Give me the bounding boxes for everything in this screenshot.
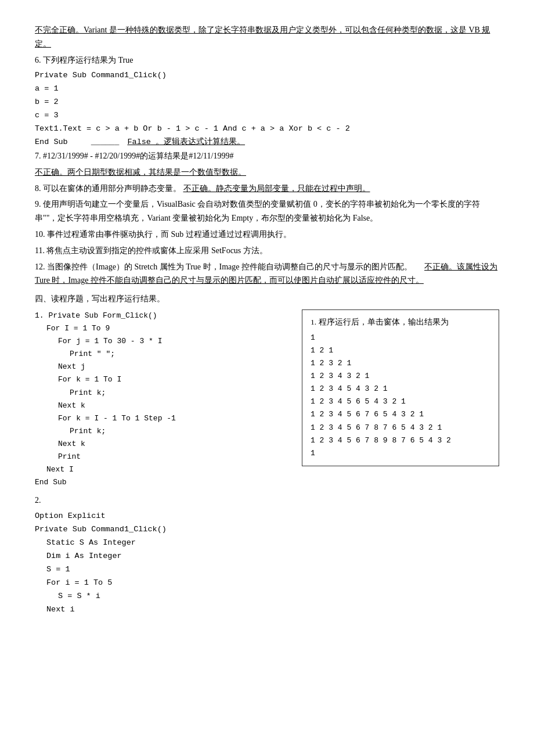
q6-code-line-1: Private Sub Command1_Click() — [35, 69, 499, 82]
prog2-line-8: Next i — [46, 603, 499, 617]
prog1-line-2: For j = 1 To 30 - 3 * I — [58, 335, 290, 348]
prog1-line-6: Print k; — [70, 387, 290, 399]
output1-line-8: 1 2 3 4 5 6 7 8 7 6 5 4 3 2 1 — [311, 422, 490, 434]
prog1-line-4: Next j — [58, 361, 290, 373]
q8-label-text: 8. 可以在窗体的通用部分声明静态变量。 — [35, 184, 181, 193]
main-content: 不完全正确。Variant 是一种特殊的数据类型，除了定长字符串数据及用户定义类… — [35, 23, 499, 617]
prog1-line-8: For k = I - 1 To 1 Step -1 — [58, 412, 290, 425]
prog1-endsub: End Sub — [35, 476, 290, 489]
q10-text: 10. 事件过程通常由事件驱动执行，而 Sub 过程通过通过过程调用执行。 — [35, 228, 499, 242]
prog1-line-9: Print k; — [70, 425, 290, 438]
section4-title: 四、读程序题，写出程序运行结果。 — [35, 292, 499, 306]
q6-code-line-4: c = 3 — [35, 109, 499, 123]
q6-code-block: Private Sub Command1_Click() a = 1 b = 2… — [35, 69, 499, 149]
prog1-code-block: 1. Private Sub Form_Click() For I = 1 To… — [35, 309, 290, 489]
q9-text: 9. 使用声明语句建立一个变量后，VisualBasic 会自动对数值类型的变量… — [35, 197, 499, 225]
q6-label: 6. 下列程序运行结果为 True — [35, 53, 499, 67]
output1-line-2: 1 2 1 — [311, 344, 490, 357]
prog1-line-10: Next k — [58, 438, 290, 451]
prog1-label: 1. Private Sub Form_Click() — [35, 309, 290, 322]
prog2-line-7: S = S * i — [58, 590, 499, 603]
q6-code-line-5: Text1.Text = c > a + b Or b - 1 > c - 1 … — [35, 123, 499, 136]
prog2-line-6: For i = 1 To 5 — [46, 577, 499, 590]
q7-label: 7. #12/31/1999# - #12/20/1999#的运算结果是#12/… — [35, 149, 499, 163]
intro-underline-text: 不完全正确。Variant 是一种特殊的数据类型，除了定长字符串数据及用户定义类… — [35, 23, 499, 51]
q11-text: 11. 将焦点主动设置到指定的控件或窗体上应采用 SetFocus 方法。 — [35, 244, 499, 258]
prog1-line-5: For k = 1 To I — [58, 373, 290, 386]
q6-answer-text: False 。逻辑表达式计算结果。 — [127, 138, 245, 146]
output1-box: 1. 程序运行后，单击窗体，输出结果为 1 1 2 1 1 2 3 2 1 1 … — [302, 309, 499, 466]
prog2-line-2: Private Sub Command1_Click() — [35, 523, 499, 537]
prog1-line-11: Print — [58, 451, 290, 463]
prog2-code-block: Option Explicit Private Sub Command1_Cli… — [35, 510, 499, 617]
q6-code-line-3: b = 2 — [35, 96, 499, 109]
prog2-line-3: Static S As Integer — [46, 537, 499, 550]
output1-line-4: 1 2 3 4 3 2 1 — [311, 370, 490, 383]
prog2-label: 2. — [35, 494, 499, 507]
prog2-line-5: S = 1 — [46, 563, 499, 577]
output1-title: 1. 程序运行后，单击窗体，输出结果为 — [311, 316, 490, 329]
output1-line-10: 1 — [311, 447, 490, 460]
q8-label: 8. 可以在窗体的通用部分声明静态变量。 不正确。静态变量为局部变量，只能在过程… — [35, 182, 499, 196]
prog1-line-3: Print " "; — [70, 348, 290, 361]
q6-code-line-2: a = 1 — [35, 82, 499, 96]
output1-line-9: 1 2 3 4 5 6 7 8 9 8 7 6 5 4 3 2 — [311, 434, 490, 447]
prog2-line-1: Option Explicit — [35, 510, 499, 523]
output1-line-3: 1 2 3 2 1 — [311, 357, 490, 370]
prog1-section: 1. Private Sub Form_Click() For I = 1 To… — [35, 309, 499, 489]
q12-text: 12. 当图像控件（Image）的 Stretch 属性为 True 时，Ima… — [35, 260, 499, 288]
q7-answer: 不正确。两个日期型数据相减，其结果是一个数值型数据。 — [35, 165, 499, 179]
q12-label: 12. 当图像控件（Image）的 Stretch 属性为 True 时，Ima… — [35, 262, 412, 271]
prog1-line-12: Next I — [46, 463, 290, 476]
intro-underline-span: 不完全正确。Variant 是一种特殊的数据类型，除了定长字符串数据及用户定义类… — [35, 26, 490, 48]
output1-line-5: 1 2 3 4 5 4 3 2 1 — [311, 383, 490, 395]
q6-answer-inline: ______ False 。逻辑表达式计算结果。 — [91, 136, 245, 149]
q6-endsub-line: End Sub ______ False 。逻辑表达式计算结果。 — [35, 136, 499, 149]
q6-answer-blank: ______ — [91, 138, 120, 146]
prog2-line-4: Dim i As Integer — [46, 550, 499, 563]
output1-line-6: 1 2 3 4 5 6 5 4 3 2 1 — [311, 395, 490, 408]
q6-endsub: End Sub — [35, 136, 68, 149]
q8-answer: 不正确。静态变量为局部变量，只能在过程中声明。 — [183, 184, 370, 193]
output1-line-1: 1 — [311, 332, 490, 344]
prog1-line-1: For I = 1 To 9 — [46, 322, 290, 335]
output1-line-7: 1 2 3 4 5 6 7 6 5 4 3 2 1 — [311, 408, 490, 421]
prog1-line-7: Next k — [58, 399, 290, 412]
